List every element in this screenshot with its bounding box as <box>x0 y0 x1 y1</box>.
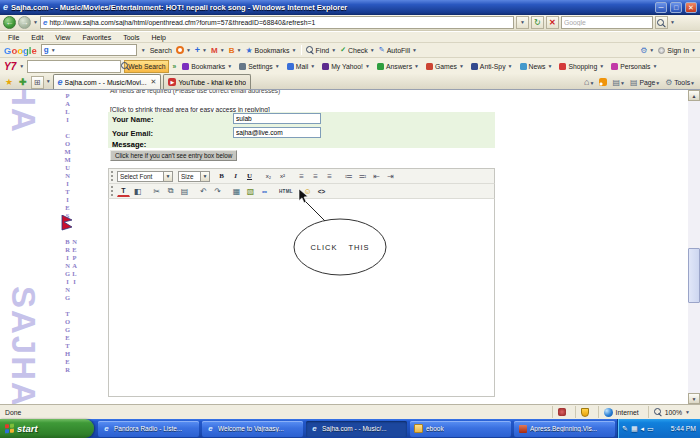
html-button[interactable]: HTML <box>277 185 295 197</box>
home-button[interactable]: ⌂▼ <box>584 77 594 87</box>
google-search-button[interactable]: Search <box>150 47 172 54</box>
menu-item[interactable]: Edit <box>25 34 49 41</box>
page-menu-button[interactable]: ▤ Page▼ <box>630 78 660 87</box>
tab-close-icon[interactable]: ✕ <box>149 78 157 86</box>
tray-hide-icons-chevron[interactable]: ◂ <box>641 425 645 432</box>
address-dropdown-button[interactable]: ▼ <box>516 16 529 29</box>
yahoo-item[interactable]: Shopping▼ <box>559 63 604 70</box>
yahoo-item[interactable]: Games▼ <box>426 63 464 70</box>
subscript-button[interactable]: x₂ <box>262 170 275 182</box>
vertical-scrollbar[interactable]: ▲ ▼ <box>688 90 700 404</box>
indent-button[interactable]: ⇥ <box>384 170 397 182</box>
redo-button[interactable]: ↷ <box>211 185 224 197</box>
background-color-button[interactable]: ◧ <box>131 185 144 197</box>
search-go-button[interactable] <box>655 16 668 29</box>
yahoo-logo-dropdown[interactable]: ▼ <box>19 64 24 69</box>
text-color-button[interactable]: T <box>117 185 130 197</box>
align-left-button[interactable]: ≡ <box>295 170 308 182</box>
menu-item[interactable]: Favorites <box>76 34 117 41</box>
google-donut-icon[interactable]: ▼ <box>176 46 191 54</box>
print-button[interactable]: ▤▼ <box>612 78 625 87</box>
copy-button[interactable]: ⧉ <box>164 185 177 197</box>
yahoo-item[interactable]: News▼ <box>520 63 553 70</box>
yahoo-item[interactable]: Bookmarks▼ <box>182 63 232 70</box>
search-options-dropdown[interactable]: ▼ <box>670 20 675 25</box>
underline-button[interactable]: U <box>243 170 256 182</box>
yahoo-expand-chevron[interactable]: » <box>172 63 176 70</box>
menu-item[interactable]: View <box>49 34 76 41</box>
google-plus-icon[interactable]: +▼ <box>195 45 207 55</box>
yahoo-web-search-button[interactable]: Web Search <box>124 60 169 73</box>
tab-youtube[interactable]: ▶ YouTube - khai ke bho <box>163 74 251 89</box>
yahoo-item[interactable]: Mail▼ <box>287 63 315 70</box>
task-sajha[interactable]: Sajha.com - - Music/... <box>306 421 407 437</box>
scroll-down-button[interactable]: ▼ <box>688 393 700 404</box>
start-button[interactable]: start <box>0 419 94 438</box>
history-dropdown[interactable]: ▼ <box>33 20 38 25</box>
menu-item[interactable]: Help <box>146 34 172 41</box>
google-settings-wrench-icon[interactable]: ⚙▼ <box>640 46 654 55</box>
tray-pen-icon[interactable]: ✎ <box>622 425 628 432</box>
task-apress[interactable]: Apress.Beginning.Vis... <box>514 421 615 437</box>
task-pandora-radio[interactable]: Pandora Radio - Liste... <box>98 421 199 437</box>
tools-menu-button[interactable]: ⚙ Tools▼ <box>665 78 695 87</box>
task-ebook-folder[interactable]: ebook <box>410 421 511 437</box>
tray-grid-icon[interactable]: ▦ <box>631 425 638 432</box>
size-select[interactable]: Size▼ <box>178 171 210 182</box>
google-search-dropdown[interactable]: ▼ <box>141 48 146 53</box>
superscript-button[interactable]: x² <box>276 170 289 182</box>
tray-display-icon[interactable]: ▭ <box>647 425 654 432</box>
name-input[interactable] <box>233 113 321 124</box>
refresh-button[interactable]: ↻ <box>531 16 544 29</box>
url-input[interactable] <box>49 19 511 26</box>
tab-list-dropdown[interactable]: ▼ <box>46 79 51 84</box>
stop-button[interactable]: ✕ <box>546 16 559 29</box>
undo-button[interactable]: ↶ <box>197 185 210 197</box>
yahoo-search-input[interactable] <box>30 63 119 70</box>
google-find-button[interactable]: Find▼ <box>306 46 337 54</box>
google-bookmarks-button[interactable]: ★Bookmarks▼ <box>245 46 296 55</box>
show-entry-box-button[interactable]: Click here if you can't see entry box be… <box>110 150 237 161</box>
font-select[interactable]: Select Font▼ <box>117 171 173 182</box>
zoom-control[interactable]: 100%▼ <box>648 406 695 418</box>
bold-button[interactable]: B <box>215 170 228 182</box>
maximize-button[interactable]: □ <box>670 2 682 13</box>
google-check-button[interactable]: ✓Check▼ <box>340 46 375 54</box>
back-button[interactable]: ← <box>3 16 16 29</box>
align-center-button[interactable]: ≡ <box>309 170 322 182</box>
tab-sajha[interactable]: e Sajha.com - - Music/Movi... ✕ <box>53 74 162 89</box>
web-search-input[interactable] <box>564 19 653 26</box>
task-welcome-vajraasy[interactable]: Welcome to Vajraasy... <box>202 421 303 437</box>
add-favorite-icon[interactable]: ✚ <box>19 77 27 87</box>
yahoo-item[interactable]: Settings▼ <box>239 63 280 70</box>
italic-button[interactable]: I <box>229 170 242 182</box>
insert-link-button[interactable]: ∞ <box>258 185 271 197</box>
insert-table-button[interactable]: ▦ <box>230 185 243 197</box>
outdent-button[interactable]: ⇤ <box>370 170 383 182</box>
numbered-list-button[interactable]: ≕ <box>356 170 369 182</box>
yahoo-item[interactable]: Personals▼ <box>611 63 657 70</box>
scroll-up-button[interactable]: ▲ <box>688 90 700 101</box>
emoticon-button[interactable]: ☺ <box>301 185 314 197</box>
favorites-star-icon[interactable]: ★ <box>5 77 13 87</box>
align-right-button[interactable]: ≡ <box>323 170 336 182</box>
yahoo-item[interactable]: Answers▼ <box>377 63 419 70</box>
menu-item[interactable]: Tools <box>117 34 145 41</box>
paste-button[interactable]: ▤ <box>178 185 191 197</box>
forward-button[interactable]: → <box>18 16 31 29</box>
blogger-icon[interactable]: B▼ <box>229 46 242 55</box>
scrollbar-thumb[interactable] <box>688 248 700 303</box>
cut-button[interactable]: ✂ <box>150 185 163 197</box>
email-input[interactable] <box>233 127 321 138</box>
yahoo-item[interactable]: My Yahoo!▼ <box>322 63 370 70</box>
google-search-input[interactable]: g ▼ <box>41 44 137 56</box>
close-button[interactable]: ✕ <box>685 2 697 13</box>
insert-image-button[interactable]: ▧ <box>244 185 257 197</box>
quick-tabs-button[interactable]: ⊞ <box>31 76 44 89</box>
gmail-icon[interactable]: M▼ <box>211 46 225 55</box>
google-sign-in-button[interactable]: Sign In▼ <box>658 47 696 54</box>
google-autofill-button[interactable]: ✎AutoFill▼ <box>379 46 417 54</box>
editor-text-area[interactable] <box>108 198 495 397</box>
bullet-list-button[interactable]: ≔ <box>342 170 355 182</box>
menu-item[interactable]: File <box>2 34 25 41</box>
